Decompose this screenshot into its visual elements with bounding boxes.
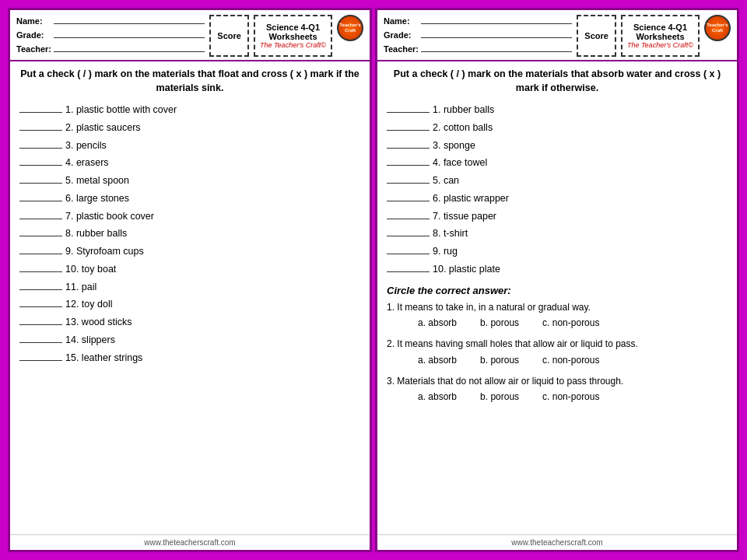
logo-left: Teacher'sCraft — [337, 15, 363, 41]
list-item: 5. metal spoon — [19, 173, 360, 188]
list-item: 2. cotton balls — [387, 121, 728, 135]
list-item: 9. Styrofoam cups — [19, 244, 360, 259]
list-item: 12. toy doll — [19, 297, 360, 312]
circle-options-3: a. absorb b. porous c. non-porous — [387, 390, 728, 404]
left-body: Put a check ( / ) mark on the materials … — [10, 61, 370, 534]
list-item: 8. rubber balls — [19, 226, 360, 241]
right-footer: www.theteacherscraft.com — [377, 534, 737, 550]
list-item: 8. t-shirt — [387, 226, 728, 241]
circle-question-1: 1. It means to take in, in a natural or … — [387, 301, 728, 331]
list-item: 10. plastic plate — [387, 262, 728, 277]
left-items-list: 1. plastic bottle with cover 2. plastic … — [19, 103, 360, 365]
left-panel: Name: Grade: Teacher: Score — [8, 8, 372, 552]
right-items-list: 1. rubber balls 2. cotton balls 3. spong… — [387, 103, 728, 277]
left-header: Name: Grade: Teacher: Score — [10, 10, 370, 61]
score-box-left: Score — [209, 15, 249, 57]
name-label-r: Name: — [384, 16, 421, 26]
list-item: 4. erasers — [19, 156, 360, 170]
circle-title: Circle the correct answer: — [387, 285, 728, 296]
list-item: 10. toy boat — [19, 262, 360, 277]
title-box-left: Science 4-Q1 Worksheets The Teacher's Cr… — [254, 15, 332, 57]
list-item: 7. plastic book cover — [19, 209, 360, 224]
list-item: 1. plastic bottle with cover — [19, 103, 360, 117]
list-item: 6. large stones — [19, 191, 360, 206]
grade-label: Grade: — [16, 30, 54, 40]
circle-question-2: 2. It means having small holes that allo… — [387, 338, 728, 367]
list-item: 6. plastic wrapper — [387, 191, 728, 206]
right-fields: Name: Grade: Teacher: — [384, 15, 572, 57]
grade-label-r: Grade: — [384, 30, 421, 40]
list-item: 3. sponge — [387, 138, 728, 153]
right-header: Name: Grade: Teacher: Score — [377, 10, 737, 61]
list-item: 15. leather strings — [19, 351, 360, 366]
circle-question-3: 3. Materials that do not allow air or li… — [387, 375, 728, 404]
right-panel: Name: Grade: Teacher: Score — [375, 8, 739, 552]
teacher-label-r: Teacher: — [384, 44, 421, 54]
teacher-label: Teacher: — [16, 44, 54, 54]
circle-options-2: a. absorb b. porous c. non-porous — [387, 354, 728, 367]
left-footer: www.theteacherscraft.com — [10, 534, 370, 550]
name-label: Name: — [16, 16, 54, 26]
circle-section: Circle the correct answer: 1. It means t… — [387, 285, 728, 404]
circle-options-1: a. absorb b. porous c. non-porous — [387, 317, 728, 330]
list-item: 14. slippers — [19, 333, 360, 348]
list-item: 4. face towel — [387, 156, 728, 170]
list-item: 2. plastic saucers — [19, 121, 360, 135]
list-item: 7. tissue paper — [387, 209, 728, 224]
right-instruction: Put a check ( / ) mark on the materials … — [387, 68, 728, 95]
list-item: 3. pencils — [19, 138, 360, 153]
list-item: 9. rug — [387, 244, 728, 259]
right-body: Put a check ( / ) mark on the materials … — [377, 61, 737, 534]
list-item: 11. pail — [19, 280, 360, 295]
list-item: 5. can — [387, 173, 728, 188]
title-box-right: Science 4-Q1 Worksheets The Teacher's Cr… — [621, 15, 700, 57]
left-instruction: Put a check ( / ) mark on the materials … — [19, 68, 360, 95]
list-item: 1. rubber balls — [387, 103, 728, 117]
list-item: 13. wood sticks — [19, 315, 360, 330]
left-fields: Name: Grade: Teacher: — [16, 15, 205, 57]
score-box-right: Score — [577, 15, 616, 57]
logo-right: Teacher'sCraft — [704, 15, 731, 41]
